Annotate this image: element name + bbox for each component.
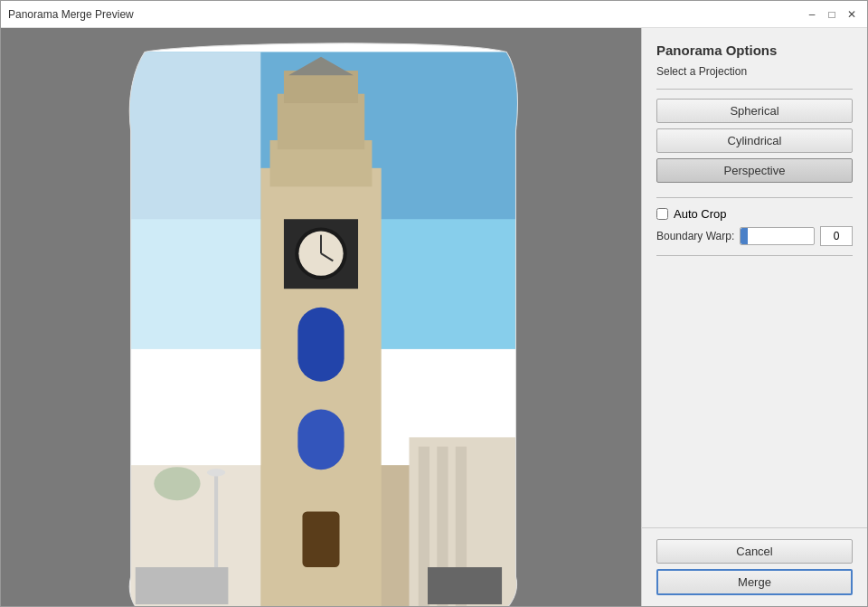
svg-rect-16	[302, 511, 339, 567]
options-footer: Cancel Merge	[642, 527, 867, 606]
svg-rect-15	[297, 410, 344, 470]
auto-crop-row: Auto Crop	[656, 207, 853, 221]
cylindrical-button[interactable]: Cylindrical	[656, 128, 853, 153]
boundary-warp-label: Boundary Warp:	[656, 230, 734, 242]
options-panel: Panorama Options Select a Projection Sph…	[641, 28, 867, 606]
auto-crop-checkbox[interactable]	[656, 208, 668, 220]
maximize-button[interactable]: □	[824, 6, 840, 23]
divider-2	[656, 197, 853, 198]
close-button[interactable]: ✕	[844, 6, 860, 23]
svg-rect-22	[428, 567, 502, 604]
title-bar: Panorama Merge Preview – □ ✕	[1, 1, 867, 28]
window-title: Panorama Merge Preview	[8, 8, 134, 21]
preview-image	[1, 28, 641, 606]
svg-rect-14	[297, 308, 344, 382]
divider-3	[656, 255, 853, 256]
svg-rect-26	[131, 52, 261, 606]
content-area: Panorama Options Select a Projection Sph…	[1, 28, 867, 606]
perspective-button[interactable]: Perspective	[656, 158, 853, 183]
auto-crop-label: Auto Crop	[674, 207, 727, 221]
merge-button[interactable]: Merge	[656, 569, 853, 595]
svg-rect-7	[284, 71, 358, 103]
boundary-warp-row: Boundary Warp:	[656, 226, 853, 246]
spherical-button[interactable]: Spherical	[656, 99, 853, 123]
minimize-button[interactable]: –	[804, 6, 820, 23]
preview-panel	[1, 28, 641, 606]
panel-title: Panorama Options	[656, 43, 853, 58]
boundary-warp-slider-container[interactable]	[740, 227, 815, 245]
cancel-button[interactable]: Cancel	[656, 539, 853, 564]
window-controls: – □ ✕	[804, 6, 860, 23]
divider-1	[656, 89, 853, 90]
boundary-warp-value[interactable]	[820, 226, 853, 246]
main-window: Panorama Merge Preview – □ ✕	[0, 0, 868, 607]
panel-subtitle: Select a Projection	[656, 65, 853, 78]
